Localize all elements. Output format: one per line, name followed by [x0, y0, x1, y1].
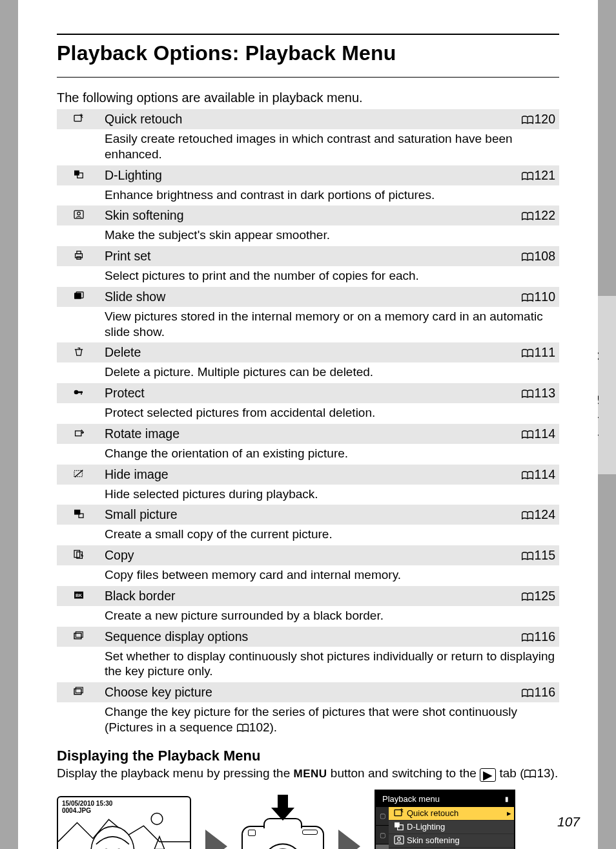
option-icon [57, 165, 101, 185]
option-page-ref: 122 [505, 205, 559, 225]
option-row: Rotate image114 [57, 424, 559, 444]
book-icon [524, 769, 537, 779]
onscreen-menu-item: Quick retouch▸ [389, 807, 514, 821]
svg-point-27 [91, 826, 134, 849]
battery-icon: ▮ [505, 795, 509, 802]
svg-rect-11 [77, 392, 83, 393]
option-page-ref: 110 [505, 287, 559, 307]
option-page-ref: 111 [505, 342, 559, 362]
option-page-ref: 108 [505, 246, 559, 266]
option-desc-row: Enhance brightness and contrast in dark … [57, 185, 559, 206]
option-desc-row: Copy files between memory card and inter… [57, 565, 559, 586]
svg-text:BK: BK [76, 593, 82, 598]
svg-rect-12 [81, 392, 81, 395]
option-name: Small picture [101, 505, 505, 525]
svg-point-4 [77, 212, 81, 215]
option-desc-row: Set whether to display continuously shot… [57, 647, 559, 683]
option-row: Sequence display options116 [57, 627, 559, 647]
option-row: Choose key picture116 [57, 682, 559, 702]
option-row: Delete111 [57, 342, 559, 362]
option-name: Copy [101, 545, 505, 565]
option-desc: Select pictures to print and the number … [101, 266, 559, 287]
option-desc-row: Easily create retouched images in which … [57, 129, 559, 165]
option-desc: Copy files between memory card and inter… [101, 565, 559, 586]
option-row: Hide image114 [57, 465, 559, 485]
display-line: Display the playback menu by pressing th… [57, 766, 559, 782]
option-page-ref: 116 [505, 682, 559, 702]
option-page-ref: 120 [505, 109, 559, 129]
lcd-file: 0004.JPG [62, 807, 112, 815]
onscreen-menu-item: D-Lighting [389, 821, 514, 834]
option-desc: View pictures stored in the internal mem… [101, 307, 559, 343]
menu-item-label: D-Lighting [407, 822, 445, 832]
option-page-ref: 116 [505, 627, 559, 647]
option-desc-row: Delete a picture. Multiple pictures can … [57, 362, 559, 383]
option-name: Rotate image [101, 424, 505, 444]
option-page-ref: 113 [505, 383, 559, 403]
option-icon [57, 383, 101, 403]
top-rule [57, 34, 559, 35]
svg-rect-25 [76, 687, 83, 693]
option-row: D-Lighting121 [57, 165, 559, 185]
svg-rect-22 [74, 633, 81, 639]
option-page-ref: 114 [505, 424, 559, 444]
displaying-subhead: Displaying the Playback Menu [57, 748, 559, 764]
lcd-preview: 15/05/2010 15:30 0004.JPG OK : 🔍 [ 4/ 4] [57, 796, 191, 850]
svg-point-26 [151, 813, 163, 824]
option-icon [57, 246, 101, 266]
option-desc: Easily create retouched images in which … [101, 129, 559, 165]
menu-item-icon [394, 808, 403, 819]
option-row: Copy115 [57, 545, 559, 565]
option-page-ref: 125 [505, 586, 559, 606]
option-desc: Set whether to display continuously shot… [101, 647, 559, 683]
option-desc: Delete a picture. Multiple pictures can … [101, 362, 559, 383]
option-row: Small picture124 [57, 505, 559, 525]
arrow-icon [205, 830, 227, 850]
play-tab-icon: ▶ [480, 768, 496, 782]
option-icon [57, 682, 101, 702]
option-name: Quick retouch [101, 109, 505, 129]
option-desc: Protect selected pictures from accidenta… [101, 403, 559, 424]
option-icon: BK [57, 586, 101, 606]
option-desc-row: Select pictures to print and the number … [57, 266, 559, 287]
onscreen-menu-tabs: ▢▢▶▢? [376, 807, 389, 850]
option-desc-row: Hide selected pictures during playback. [57, 485, 559, 505]
svg-rect-24 [74, 689, 81, 695]
option-name: Print set [101, 246, 505, 266]
option-desc-row: Change the orientation of an existing pi… [57, 444, 559, 465]
option-desc-row: Change the key picture for the series of… [57, 702, 559, 739]
option-row: Skin softening122 [57, 205, 559, 225]
option-row: Protect113 [57, 383, 559, 403]
option-row: Quick retouch120 [57, 109, 559, 129]
svg-rect-30 [395, 810, 402, 815]
menu-item-label: Quick retouch [407, 808, 458, 818]
option-name: Hide image [101, 465, 505, 485]
intro-text: The following options are available in p… [57, 90, 559, 105]
option-page-ref: 115 [505, 545, 559, 565]
display-tail: ). [551, 766, 559, 780]
menu-button-word: MENU [293, 768, 327, 780]
option-desc: Create a small copy of the current pictu… [101, 525, 559, 545]
title-rule [57, 77, 559, 78]
option-icon [57, 287, 101, 307]
option-row: Print set108 [57, 246, 559, 266]
option-icon [57, 109, 101, 129]
menu-item-icon [394, 822, 403, 832]
option-name: Slide show [101, 287, 505, 307]
menu-item-icon [394, 835, 403, 846]
option-name: Delete [101, 342, 505, 362]
lcd-date: 15/05/2010 15:30 [62, 800, 112, 808]
svg-rect-6 [77, 251, 81, 254]
svg-rect-5 [76, 254, 83, 258]
arrow-icon [338, 830, 360, 850]
option-row: BKBlack border125 [57, 586, 559, 606]
option-page-ref: 114 [505, 465, 559, 485]
onscreen-menu-item: Skin softening [389, 834, 514, 848]
option-name: Protect [101, 383, 505, 403]
option-name: D-Lighting [101, 165, 505, 185]
option-icon [57, 465, 101, 485]
display-ref: 13 [537, 766, 550, 780]
option-desc: Enhance brightness and contrast in dark … [101, 185, 559, 206]
menu-item-label: Skin softening [407, 835, 460, 845]
option-desc-row: View pictures stored in the internal mem… [57, 307, 559, 343]
